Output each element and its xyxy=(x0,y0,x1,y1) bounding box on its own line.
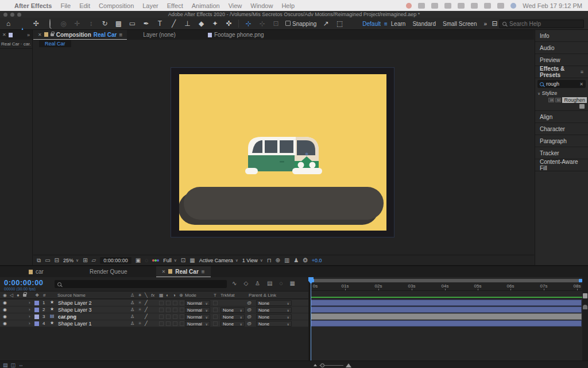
panel-info[interactable]: Info xyxy=(535,30,588,42)
label-color-swatch[interactable] xyxy=(34,315,39,319)
frame-blend-cell[interactable] xyxy=(159,321,164,326)
world-axis-mode[interactable]: ⊹ xyxy=(258,20,266,28)
adjustment-cell[interactable] xyxy=(173,301,177,305)
menu-file[interactable]: File xyxy=(60,2,71,9)
always-preview-icon[interactable]: ⧉ xyxy=(37,257,41,264)
panel-audio[interactable]: Audio xyxy=(535,42,588,54)
motion-blur-cell[interactable] xyxy=(166,301,171,305)
mode-dropdown[interactable]: Normal∨ xyxy=(185,300,210,306)
zoom-slider-knob[interactable] xyxy=(320,363,324,367)
show-channel-icon[interactable] xyxy=(152,259,159,262)
menu-clock[interactable]: Wed Feb 17 9:12 PM xyxy=(523,2,582,9)
comp-marker-bin-icon[interactable] xyxy=(583,293,587,298)
preserve-transparency-cell[interactable] xyxy=(213,308,218,312)
expand-in-out-icon[interactable]: ⇔ xyxy=(18,362,24,368)
exposure-value[interactable]: +0.0 xyxy=(312,258,322,263)
threed-cell[interactable] xyxy=(180,301,184,305)
trkmat-dropdown[interactable]: None∨ xyxy=(220,321,245,327)
layer-duration-bar-1[interactable] xyxy=(311,300,582,306)
threed-cell[interactable] xyxy=(180,315,184,319)
layer-name[interactable]: Shape Layer 3 xyxy=(58,307,92,313)
snapshot-icon[interactable]: ▣ xyxy=(136,257,141,263)
shy-toggle[interactable]: ♙ xyxy=(130,321,134,326)
eye-icon[interactable]: ◉ xyxy=(3,307,7,312)
zoom-in-icon[interactable] xyxy=(346,363,351,367)
parent-dropdown[interactable]: None∨ xyxy=(256,307,292,313)
tab-car[interactable]: car xyxy=(23,266,49,277)
wifi-icon[interactable] xyxy=(484,3,491,9)
frame-blend-cell[interactable] xyxy=(159,315,164,319)
hand-tool[interactable]: ✣ xyxy=(32,20,40,28)
panel-content-aware-fill[interactable]: Content-Aware Fill xyxy=(535,159,588,171)
hide-shy-layers-icon[interactable]: ♙ xyxy=(255,280,260,286)
work-area-span[interactable] xyxy=(314,279,579,282)
preserve-transparency-cell[interactable] xyxy=(213,301,218,305)
tab-real-car[interactable]: ✕ Real Car ≡ xyxy=(156,266,211,277)
shy-switch-icon[interactable]: ♙ xyxy=(130,293,134,298)
preserve-transparency-cell[interactable] xyxy=(213,321,218,326)
selection-tool[interactable] xyxy=(18,20,26,28)
layer-name[interactable]: car.png xyxy=(58,314,76,320)
threed-cell[interactable] xyxy=(180,321,184,326)
trkmat-dropdown[interactable]: None∨ xyxy=(220,307,245,313)
eye-icon[interactable]: ◉ xyxy=(3,314,7,319)
reset-exposure-icon[interactable]: ❂ xyxy=(303,257,307,263)
mask-visibility-icon[interactable]: ⬚ xyxy=(335,20,344,28)
expander-icon[interactable]: › xyxy=(29,314,30,319)
tab-composition-real-car[interactable]: ✕ Composition Real Car ≡ xyxy=(33,30,127,40)
layer-row-3[interactable]: ◉ › 3 ▤ car.png ♙ ╱ Normal∨ None∨ @ None… xyxy=(0,313,308,320)
threed-switch-icon[interactable]: ⊕ xyxy=(179,293,183,298)
layer-row-4[interactable]: ◉ › 4 ★ Shape Layer 1 ♙ ☀ ╱ Normal∨ None… xyxy=(0,320,308,327)
local-axis-mode[interactable]: ⊹ xyxy=(244,20,253,28)
primary-viewer-icon[interactable]: ▭ xyxy=(45,257,50,263)
region-of-interest-icon[interactable]: ⊡ xyxy=(181,257,185,263)
workspace-standard[interactable]: Standard xyxy=(409,21,439,27)
resolution-dropdown[interactable]: Full∨ xyxy=(163,258,177,263)
pen-tool[interactable]: ✒ xyxy=(142,20,150,28)
audio-column-icon[interactable]: ◁ xyxy=(10,293,13,298)
adjustment-cell[interactable] xyxy=(173,321,177,326)
spotlight-icon[interactable] xyxy=(497,3,504,9)
search-help-box[interactable] xyxy=(499,20,584,28)
video-column-icon[interactable]: ◉ xyxy=(3,293,7,298)
panel-preview[interactable]: Preview xyxy=(535,54,588,66)
current-timecode[interactable]: 0:00:00:00 xyxy=(4,278,44,287)
dolly-camera-tool[interactable]: ↕ xyxy=(87,20,95,28)
workspace-learn[interactable]: Learn xyxy=(388,21,409,27)
effects-category-stylize[interactable]: ∨ Stylize xyxy=(535,90,588,97)
zoom-slider-track[interactable] xyxy=(319,365,343,366)
project-strip-label[interactable]: Real Car · car. xyxy=(0,40,32,49)
shape-tool[interactable]: ▭ xyxy=(128,20,137,28)
timeline-graph-area[interactable]: 0s 01s 02s 03s 04s 05s 06s 07s 08s xyxy=(311,277,588,361)
clear-search-icon[interactable]: ✕ xyxy=(579,82,583,87)
shy-toggle[interactable]: ♙ xyxy=(130,314,134,319)
menu-edit[interactable]: Edit xyxy=(79,2,90,9)
threed-cell[interactable] xyxy=(180,308,184,312)
effect-name[interactable]: Roughen xyxy=(562,97,587,103)
layer-duration-bar-3[interactable] xyxy=(311,313,582,320)
playhead-line[interactable] xyxy=(311,277,311,361)
type-tool[interactable]: T xyxy=(156,20,164,28)
workspace-default[interactable]: Default xyxy=(359,21,384,27)
parent-pickwhip-icon[interactable]: @ xyxy=(247,300,252,305)
quality-toggle[interactable]: ╱ xyxy=(145,314,148,319)
timeline-search-input[interactable] xyxy=(64,281,213,287)
shy-toggle[interactable]: ♙ xyxy=(130,307,134,312)
effect-result-partial[interactable] xyxy=(535,104,588,111)
parent-pickwhip-icon[interactable]: @ xyxy=(247,314,252,319)
viewer-timecode[interactable]: 0:00:00:00 xyxy=(100,257,131,264)
expand-transfer-controls-icon[interactable]: ◫ xyxy=(11,362,16,368)
graph-editor-icon[interactable]: ▦ xyxy=(289,280,295,286)
lock-icon[interactable] xyxy=(51,33,54,36)
home-tool[interactable]: ⌂ xyxy=(4,20,13,28)
snapping-checkbox[interactable] xyxy=(285,21,291,26)
menu-help[interactable]: Help xyxy=(281,2,295,9)
motion-blur-cell[interactable] xyxy=(166,321,171,326)
number-column[interactable]: # xyxy=(43,293,45,298)
label-color-swatch[interactable] xyxy=(34,308,39,312)
show-snapshot-icon[interactable]: ◌ xyxy=(145,257,148,263)
motion-blur-switch-icon[interactable]: ◐ xyxy=(166,293,169,298)
frame-blending-icon[interactable]: ▤ xyxy=(267,280,272,286)
panel-paragraph[interactable]: Paragraph xyxy=(535,135,588,147)
layer-row-2[interactable]: ◉ › 2 ★ Shape Layer 3 ♙ ☀ ╱ Normal∨ None… xyxy=(0,306,308,313)
